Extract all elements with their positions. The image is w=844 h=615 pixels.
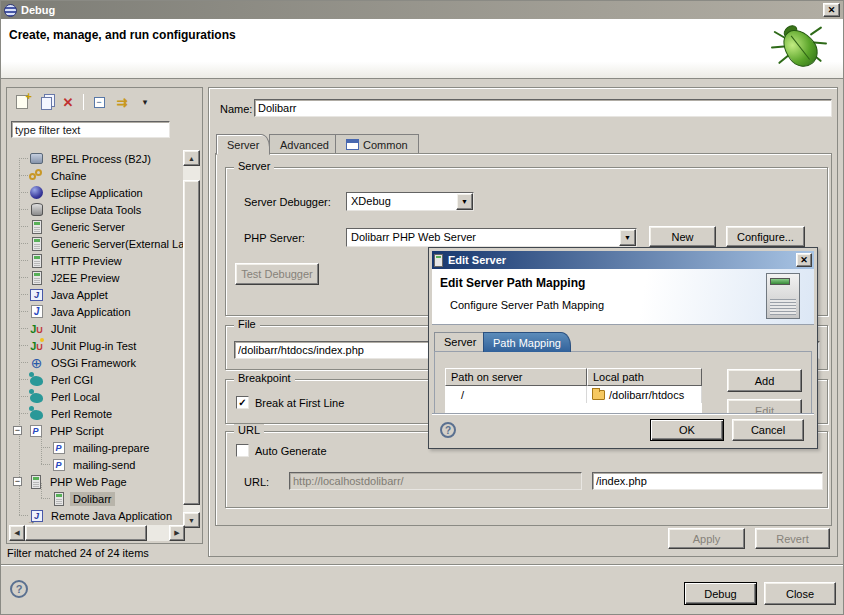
scroll-right-icon[interactable]: ▶	[169, 525, 185, 541]
auto-generate-row: Auto Generate	[236, 444, 327, 457]
scrollbar-thumb[interactable]	[25, 525, 147, 541]
debug-button[interactable]: Debug	[684, 582, 757, 605]
toolbar-separator	[83, 94, 84, 110]
tree-item[interactable]: Eclipse Data Tools	[9, 201, 185, 218]
tree-item[interactable]: −PHP Web Page	[9, 473, 185, 490]
configurations-toolbar: + ✕ − ⇉ ▾	[7, 88, 202, 116]
tree-item[interactable]: mailing-prepare	[9, 439, 185, 456]
edit-server-dialog: Edit Server ✕ Edit Server Path Mapping C…	[428, 247, 818, 449]
scroll-down-icon[interactable]: ▼	[183, 512, 200, 528]
server-tower-icon	[766, 273, 800, 319]
scroll-left-icon[interactable]: ◀	[9, 525, 25, 541]
revert-button[interactable]: Revert	[755, 528, 830, 549]
tree-item[interactable]: OSGi Framework	[9, 354, 185, 371]
toolbar-menu-icon[interactable]: ▾	[135, 92, 155, 112]
edit-server-tabstrip: Server Path Mapping	[434, 332, 814, 351]
break-first-line-label: Break at First Line	[255, 397, 344, 409]
dialog-tab-path-mapping[interactable]: Path Mapping	[483, 332, 571, 352]
break-first-line-checkbox[interactable]: ✓	[236, 396, 249, 409]
edit-server-subheading: Configure Server Path Mapping	[450, 299, 604, 311]
server-icon	[29, 219, 44, 234]
configure-button[interactable]: Configure...	[726, 226, 805, 247]
column-path-on-server[interactable]: Path on server	[445, 368, 587, 386]
delete-configuration-icon[interactable]: ✕	[58, 92, 78, 112]
tab-common[interactable]: Common	[335, 134, 419, 154]
tree-vertical-scrollbar[interactable]: ▲ ▼	[183, 150, 200, 528]
database-icon	[29, 202, 44, 217]
test-debugger-button[interactable]: Test Debugger	[235, 263, 319, 285]
collapse-all-icon[interactable]: −	[89, 92, 109, 112]
column-local-path[interactable]: Local path	[587, 368, 702, 386]
tree-item[interactable]: Generic Server	[9, 218, 185, 235]
tree-horizontal-scrollbar[interactable]: ◀ ▶	[9, 525, 185, 541]
auto-generate-label: Auto Generate	[255, 445, 327, 457]
filter-input[interactable]	[11, 121, 170, 138]
url-path-input[interactable]	[592, 472, 823, 490]
tree-item[interactable]: JUnit	[9, 320, 185, 337]
tab-advanced[interactable]: Advanced	[269, 134, 340, 154]
duplicate-configuration-icon[interactable]	[35, 92, 55, 112]
tree-item[interactable]: Java Applet	[9, 286, 185, 303]
apply-button[interactable]: Apply	[668, 528, 745, 549]
tree-item[interactable]: HTTP Preview	[9, 252, 185, 269]
server-icon	[28, 474, 43, 489]
tree-item[interactable]: Perl Local	[9, 388, 185, 405]
new-server-button[interactable]: New	[649, 226, 716, 247]
edit-button[interactable]: Edit	[727, 399, 802, 413]
tree-item-dolibarr[interactable]: Dolibarr	[9, 490, 185, 507]
tree-item[interactable]: J2EE Preview	[9, 269, 185, 286]
php-icon	[51, 440, 66, 455]
window-close-button[interactable]: ✕	[823, 3, 840, 17]
cancel-button[interactable]: Cancel	[732, 419, 804, 441]
tree-item[interactable]: Java Application	[9, 303, 185, 320]
osgi-icon	[29, 355, 44, 370]
collapse-expander-icon[interactable]: −	[13, 426, 22, 435]
scroll-up-icon[interactable]: ▲	[183, 150, 200, 166]
tree-item[interactable]: BPEL Process (B2J)	[9, 150, 185, 167]
base-url-input	[289, 472, 582, 490]
window-titlebar: Debug ✕	[1, 1, 843, 19]
help-icon[interactable]: ?	[10, 580, 28, 598]
tab-server[interactable]: Server	[216, 134, 270, 155]
window-title: Debug	[21, 4, 55, 16]
chevron-down-icon[interactable]: ▼	[619, 229, 636, 246]
table-icon	[346, 139, 359, 150]
server-group-legend: Server	[234, 160, 274, 172]
chevron-down-icon[interactable]: ▼	[456, 193, 473, 210]
tree-item[interactable]: Perl CGI	[9, 371, 185, 388]
php-server-label: PHP Server:	[244, 232, 305, 244]
table-row[interactable]: / /dolibarr/htdocs	[445, 386, 702, 403]
scrollbar-thumb[interactable]	[183, 180, 200, 505]
edit-server-close-button[interactable]: ✕	[796, 253, 812, 267]
name-input[interactable]	[254, 99, 832, 117]
perl-icon	[29, 389, 44, 404]
collapse-expander-icon[interactable]: −	[13, 477, 22, 486]
dialog-tab-server[interactable]: Server	[434, 332, 486, 351]
filter-icon[interactable]: ⇉	[112, 92, 132, 112]
php-server-combo[interactable]: Dolibarr PHP Web Server ▼	[346, 228, 637, 247]
tree-item[interactable]: Chaîne	[9, 167, 185, 184]
ok-button[interactable]: OK	[650, 419, 724, 441]
tree-item[interactable]: Generic Server(External La	[9, 235, 185, 252]
tree-item[interactable]: Perl Remote	[9, 405, 185, 422]
footer-separator	[1, 564, 843, 566]
edit-server-heading: Edit Server Path Mapping	[440, 276, 585, 290]
banner-heading: Create, manage, and run configurations	[1, 19, 843, 42]
tree-item[interactable]: −PHP Script	[9, 422, 185, 439]
configurations-panel: + ✕ − ⇉ ▾ BPEL Process (B2J) Chaîne Ecli…	[6, 87, 203, 544]
tree-item[interactable]: JUnit Plug-in Test	[9, 337, 185, 354]
new-configuration-icon[interactable]: +	[12, 92, 32, 112]
server-icon	[29, 236, 44, 251]
server-debugger-combo[interactable]: XDebug ▼	[346, 192, 474, 211]
help-icon[interactable]: ?	[440, 422, 456, 438]
tree-item[interactable]: Remote Java Application	[9, 507, 185, 524]
close-button[interactable]: Close	[764, 582, 836, 605]
edit-server-titlebar: Edit Server ✕	[432, 251, 814, 269]
breakpoint-group-legend: Breakpoint	[234, 372, 295, 384]
auto-generate-checkbox[interactable]	[236, 444, 249, 457]
url-label: URL:	[244, 476, 269, 488]
applet-icon	[29, 287, 44, 302]
add-button[interactable]: Add	[727, 369, 802, 392]
tree-item[interactable]: Eclipse Application	[9, 184, 185, 201]
tree-item[interactable]: mailing-send	[9, 456, 185, 473]
